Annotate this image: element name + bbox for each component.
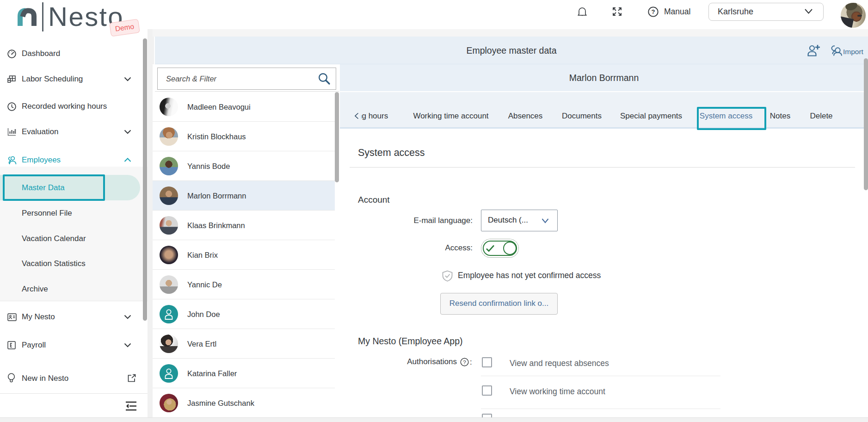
svg-text:?: ? [652, 8, 655, 15]
svg-text:?: ? [463, 360, 466, 365]
